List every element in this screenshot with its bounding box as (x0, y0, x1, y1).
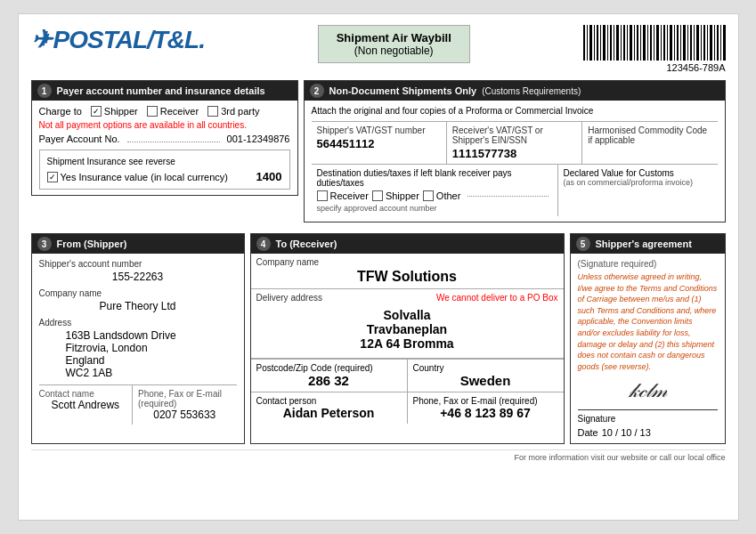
svg-rect-5 (600, 25, 601, 61)
duties-other-label: Other (436, 190, 461, 201)
section2-body: Attach the original and four copies of a… (305, 101, 725, 222)
svg-rect-3 (594, 25, 595, 61)
section2-title: Non-Document Shipments Only (329, 85, 477, 96)
section5-header: 5 Shipper's agreement (571, 234, 725, 254)
svg-rect-11 (621, 25, 622, 61)
s5-date-value: 10 / 10 / 13 (602, 427, 651, 438)
section4: 4 To (Receiver) Company name TFW Solutio… (250, 233, 565, 444)
shipper-label: Shipper (104, 106, 138, 117)
duties-dotted (467, 196, 548, 197)
s4-phone-right: Phone, Fax or E-mail (required) +46 8 12… (408, 392, 564, 424)
s3-contact-row: Contact name Scott Andrews Phone, Fax or… (39, 384, 237, 425)
svg-rect-4 (597, 25, 598, 61)
svg-rect-25 (667, 25, 668, 61)
s3-phone-value: 0207 553633 (138, 409, 232, 421)
svg-rect-18 (643, 25, 646, 61)
s4-postcode-label: Postcode/Zip Code (required) (256, 363, 402, 373)
footer-text: For more information visit our website o… (515, 453, 726, 462)
svg-rect-9 (614, 25, 614, 61)
s4-po-warning: We cannot deliver to a PO Box (436, 293, 558, 303)
section2-subtitle: (Customs Requirements) (482, 86, 581, 96)
s3-phone-label: Phone, Fax or E-mail (required) (138, 389, 232, 409)
s3-company-value: Pure Theory Ltd (39, 300, 237, 312)
s4-contact-left: Contact person Aidan Peterson (251, 392, 408, 424)
receiver-vat-value: 1111577738 (452, 147, 576, 160)
section3-num: 3 (37, 237, 52, 251)
insurance-checkbox[interactable]: Yes Insurance value (in local currency) (47, 172, 229, 182)
barcode-image (583, 25, 726, 61)
svg-rect-41 (720, 25, 721, 61)
insurance-title: Shipment Insurance see reverse (47, 156, 282, 166)
section2: 2 Non-Document Shipments Only (Customs R… (304, 80, 726, 222)
section2-header: 2 Non-Document Shipments Only (Customs R… (305, 81, 725, 101)
svg-rect-14 (630, 25, 632, 61)
section5-num: 5 (576, 237, 590, 251)
top-sections: 1 Payer account number and insurance det… (31, 80, 726, 228)
section1-wrapper: 1 Payer account number and insurance det… (31, 80, 298, 228)
s4-company-label: Company name (256, 257, 558, 267)
section5: 5 Shipper's agreement (Signature require… (570, 233, 726, 444)
insurance-box: Shipment Insurance see reverse Yes Insur… (39, 150, 290, 190)
s5-sig-label: (Signature required) (578, 259, 718, 269)
svg-rect-19 (647, 25, 648, 61)
logo-icon: ✈ (31, 25, 52, 54)
s4-delivery-label: Delivery address (256, 293, 322, 303)
s4-country-value: Sweden (413, 373, 558, 388)
third-party-checkbox[interactable]: 3rd party (207, 106, 259, 117)
s4-company: Company name TFW Solutions (251, 254, 564, 289)
svg-rect-7 (607, 25, 608, 61)
section1: 1 Payer account number and insurance det… (31, 80, 298, 196)
s5-signature-area: 𝓀𝒸𝓁𝓂 (578, 379, 718, 402)
section2-num: 2 (310, 84, 324, 98)
s4-contact-label: Contact person (256, 396, 402, 406)
s4-address-value: Solvalla Travbaneplan 12A 64 Bromma (256, 308, 558, 351)
lower-grid: 3 From (Shipper) Shipper's account numbe… (31, 233, 726, 444)
duties-shipper[interactable]: Shipper (372, 190, 419, 201)
third-party-check-icon (207, 106, 218, 117)
duties-shipper-label: Shipper (386, 190, 419, 201)
s4-postcode-country: Postcode/Zip Code (required) 286 32 Coun… (251, 359, 564, 392)
svg-rect-24 (663, 25, 665, 61)
shipper-checkbox[interactable]: Shipper (91, 106, 138, 117)
receiver-label: Receiver (160, 106, 199, 117)
receiver-checkbox[interactable]: Receiver (147, 106, 199, 117)
svg-rect-31 (687, 25, 688, 61)
duties-receiver-icon (317, 190, 328, 201)
vat-label: Shipper's VAT/GST number (317, 125, 441, 135)
duties-other[interactable]: Other (423, 190, 461, 201)
duties-shipper-icon (372, 190, 383, 201)
svg-rect-35 (701, 25, 702, 61)
s5-sig-line (578, 409, 718, 410)
s4-phone-label: Phone, Fax or E-mail (required) (413, 396, 558, 406)
section5-body: (Signature required) Unless otherwise ag… (571, 254, 725, 443)
duties-receiver[interactable]: Receiver (317, 190, 369, 201)
insurance-row: Yes Insurance value (in local currency) … (47, 170, 282, 183)
svg-rect-38 (710, 25, 712, 61)
svg-rect-27 (674, 25, 675, 61)
section4-title: To (Receiver) (276, 239, 337, 249)
shipment-title: Shipment Air Waybill (337, 31, 451, 44)
harmonised-label: Harmonised Commodity Code if applicable (588, 125, 711, 145)
section1-header: 1 Payer account number and insurance det… (32, 81, 297, 101)
s4-country: Country Sweden (408, 360, 564, 392)
s5-date-row: Date 10 / 10 / 13 (578, 427, 718, 438)
svg-rect-2 (589, 25, 592, 61)
svg-rect-40 (717, 25, 719, 61)
attach-note: Attach the original and four copies of a… (312, 106, 718, 116)
s5-date-label: Date (578, 427, 598, 438)
svg-rect-8 (610, 25, 612, 61)
vat-value: 564451112 (317, 137, 441, 150)
receiver-check-icon (147, 106, 158, 117)
insurance-yes-label: Yes Insurance value (in local currency) (61, 172, 229, 182)
footer: For more information visit our website o… (31, 449, 726, 462)
section4-header: 4 To (Receiver) (251, 234, 564, 254)
insurance-value: 1400 (256, 170, 282, 183)
shipment-subtitle: (Non negotiable) (337, 44, 451, 57)
shipper-check-icon (91, 106, 102, 117)
logo: ✈ POSTAL/T&L. (31, 25, 205, 54)
section1-body: Charge to Shipper Receiver 3rd party (32, 101, 297, 195)
svg-rect-12 (623, 25, 625, 61)
payer-account-value: 001-12349876 (227, 134, 290, 144)
s4-company-value: TFW Solutions (256, 269, 558, 285)
s4-delivery-header: Delivery address We cannot deliver to a … (256, 293, 558, 304)
